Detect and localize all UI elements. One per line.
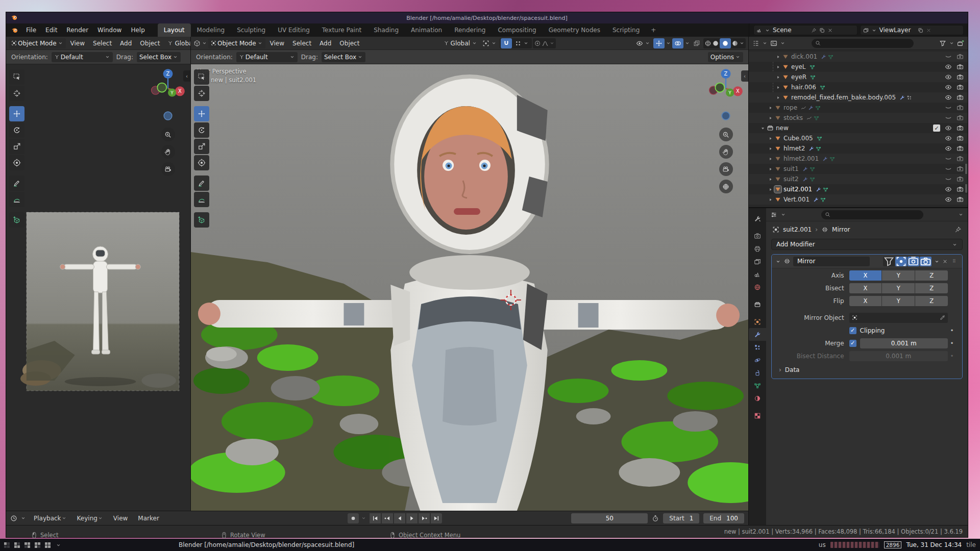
timeline-menu-marker[interactable]: Marker — [133, 515, 163, 522]
3d-viewport-canvas[interactable]: User Perspective (50) new | suit2.001 ZX… — [191, 64, 748, 511]
tool-add-cube[interactable] — [194, 212, 209, 228]
hidden-in-viewport-icon[interactable] — [945, 104, 952, 111]
realtime-display-toggle[interactable] — [908, 257, 919, 266]
workspace-group-icon[interactable] — [35, 542, 40, 548]
tool-transform[interactable] — [9, 155, 24, 170]
negative-z-gizmo-ball[interactable] — [719, 109, 732, 124]
properties-tab-material[interactable] — [749, 392, 766, 405]
properties-tab-view-layer[interactable] — [749, 255, 766, 268]
disable-in-render-icon[interactable] — [957, 186, 964, 193]
breadcrumb-object[interactable]: suit2.001 — [783, 226, 812, 233]
properties-tab-constraints[interactable] — [749, 366, 766, 379]
object-visibility-selector[interactable] — [634, 38, 652, 48]
play-button[interactable] — [406, 513, 418, 523]
transform-orientation-selector[interactable]: Global — [165, 38, 190, 48]
properties-tab-scene[interactable] — [749, 268, 766, 281]
mirror-object-field[interactable] — [849, 313, 948, 323]
tool-rotate[interactable] — [9, 122, 24, 138]
outliner-row[interactable]: eyeR — [749, 72, 968, 82]
viewport-menu-select[interactable]: Select — [289, 40, 315, 47]
properties-search-input[interactable] — [821, 210, 923, 219]
pan-button[interactable] — [161, 145, 175, 159]
properties-tab-object[interactable] — [749, 315, 766, 328]
current-frame-field[interactable]: 50 — [571, 513, 648, 523]
workspace-group-icons[interactable] — [4, 542, 51, 548]
timeline-editor-type-icon[interactable] — [10, 515, 17, 522]
flip-y-button[interactable]: Y — [882, 296, 915, 306]
hide-in-viewport-icon[interactable] — [945, 94, 952, 101]
display-mode-icon[interactable] — [770, 40, 777, 47]
new-viewlayer-icon[interactable] — [918, 28, 923, 33]
tool-cursor[interactable] — [9, 86, 24, 101]
expand-arrow-icon[interactable] — [766, 105, 774, 111]
outliner-row[interactable]: suit1 — [749, 164, 968, 174]
outliner-row[interactable]: stocks — [749, 113, 968, 123]
negative-z-gizmo-ball[interactable] — [161, 109, 175, 124]
tab-scripting[interactable]: Scripting — [606, 23, 646, 37]
render-toggle[interactable] — [920, 257, 932, 266]
mode-selector[interactable]: Object Mode — [208, 38, 265, 48]
disabled-in-render-icon[interactable] — [957, 53, 964, 60]
filter-icon[interactable] — [939, 40, 946, 47]
tab-texture-paint[interactable]: Texture Paint — [316, 23, 368, 37]
3d-viewport-canvas-camera[interactable]: ZXY ‹ — [6, 64, 190, 511]
disable-in-render-icon[interactable] — [957, 124, 964, 132]
menu-file[interactable]: File — [21, 23, 41, 37]
expand-arrow-icon[interactable] — [766, 156, 774, 162]
expand-arrow-icon[interactable] — [766, 115, 774, 121]
zoom-button[interactable] — [161, 128, 175, 141]
properties-editor-type-icon[interactable] — [770, 211, 777, 218]
outliner-row[interactable]: eyeL — [749, 62, 968, 72]
wireframe-shading-icon[interactable] — [704, 40, 712, 47]
tab-shading[interactable]: Shading — [368, 23, 405, 37]
disabled-in-render-icon[interactable] — [957, 176, 964, 183]
animate-dot-icon[interactable]: • — [948, 327, 956, 334]
disabled-in-render-icon[interactable] — [957, 104, 964, 111]
timeline-menu-keying[interactable]: Keying — [72, 515, 108, 522]
outliner-row[interactable]: new✓ — [749, 123, 968, 133]
modifier-name-field[interactable]: Mirror — [793, 257, 870, 266]
flip-x-button[interactable]: X — [849, 296, 882, 306]
hide-in-viewport-icon[interactable] — [945, 135, 952, 142]
tab-animation[interactable]: Animation — [405, 23, 448, 37]
viewport-menu-select[interactable]: Select — [89, 40, 115, 47]
snap-magnet-icon[interactable] — [501, 38, 512, 48]
properties-tab-modifiers[interactable] — [749, 328, 766, 341]
tool-add-cube[interactable] — [9, 212, 24, 228]
jump-to-end-button[interactable] — [431, 513, 442, 523]
taskbar-window-button[interactable]: Blender [/home/amalie/Desktop/blender/sp… — [179, 541, 354, 548]
properties-tab-collection[interactable] — [749, 298, 766, 311]
workspace-group-icon[interactable] — [4, 542, 10, 548]
keyboard-layout-indicator[interactable]: us — [819, 541, 826, 548]
chevron-down-icon[interactable] — [56, 542, 61, 548]
properties-tab-data[interactable] — [749, 379, 766, 392]
scene-selector[interactable]: Scene — [753, 25, 857, 35]
expand-arrow-icon[interactable] — [766, 177, 774, 182]
rendered-shading-icon[interactable] — [731, 40, 739, 47]
on-cage-toggle[interactable] — [895, 257, 907, 266]
chevron-down-icon[interactable] — [958, 212, 964, 217]
hidden-in-viewport-icon[interactable] — [945, 165, 952, 172]
workspace-group-icon[interactable] — [45, 542, 51, 548]
frame-end-field[interactable]: End 100 — [703, 513, 744, 523]
tab-layout[interactable]: Layout — [158, 23, 191, 37]
tab-modeling[interactable]: Modeling — [191, 23, 231, 37]
properties-tab-physics[interactable] — [749, 354, 766, 366]
expand-arrow-icon[interactable] — [766, 166, 774, 172]
edit-mode-toggle[interactable] — [883, 257, 895, 266]
outliner-row[interactable]: dick.001 — [749, 52, 968, 62]
hide-in-viewport-icon[interactable] — [945, 63, 952, 70]
pan-button[interactable] — [719, 145, 733, 159]
properties-tab-particles[interactable] — [749, 341, 766, 354]
hide-in-viewport-icon[interactable] — [945, 145, 952, 152]
tab-sculpting[interactable]: Sculpting — [231, 23, 272, 37]
expand-arrow-icon[interactable] — [774, 85, 782, 90]
disable-in-render-icon[interactable] — [957, 196, 964, 203]
properties-tab-texture[interactable] — [749, 409, 766, 422]
hide-in-viewport-icon[interactable] — [945, 186, 952, 193]
pin-icon[interactable] — [811, 28, 817, 33]
axis-x-button[interactable]: X — [849, 270, 882, 281]
tool-cursor[interactable] — [194, 86, 209, 101]
viewport-menu-object[interactable]: Object — [136, 40, 163, 47]
properties-tab-world[interactable] — [749, 281, 766, 293]
